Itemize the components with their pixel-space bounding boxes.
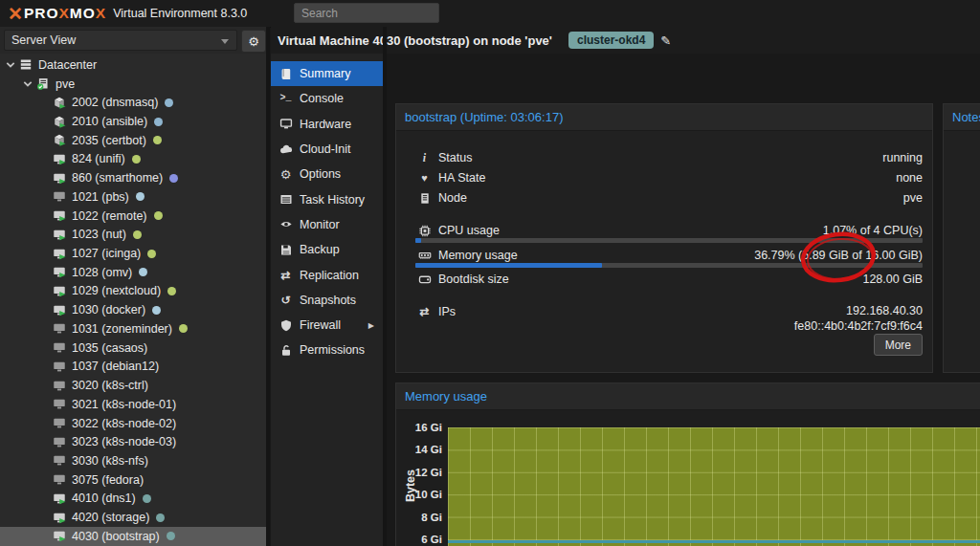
status-row-label: Memory usage bbox=[438, 249, 518, 262]
version-label: Virtual Environment 8.3.0 bbox=[113, 7, 247, 20]
vm-stopped-icon bbox=[53, 190, 66, 203]
tree-item-4010-dns1[interactable]: 4010 (dns1) bbox=[0, 490, 266, 509]
tree-item-1027-icinga[interactable]: 1027 (icinga) bbox=[0, 244, 266, 263]
ram-icon bbox=[418, 250, 432, 262]
vm-stopped-icon bbox=[53, 360, 66, 373]
brand-letter: MO bbox=[70, 5, 96, 21]
status-panel: bootstrap (Uptime: 03:06:17) iStatusrunn… bbox=[395, 103, 933, 373]
menu-item-console[interactable]: >_Console bbox=[271, 86, 383, 111]
tree-item-3021-k8s-node-01[interactable]: 3021 (k8s-node-01) bbox=[0, 395, 266, 414]
memory-chart-title: Memory usage bbox=[405, 389, 487, 404]
status-row-label: Bootdisk size bbox=[438, 273, 509, 286]
node-icon bbox=[36, 77, 50, 90]
menu-item-label: Options bbox=[300, 167, 341, 181]
proxmox-logo: ✕ PROXMOX Virtual Environment 8.3.0 bbox=[8, 5, 247, 23]
tree-item-824-unifi[interactable]: 824 (unifi) bbox=[0, 150, 266, 169]
menu-item-summary[interactable]: Summary bbox=[271, 61, 383, 86]
tree-item-1028-omv[interactable]: 1028 (omv) bbox=[0, 263, 266, 282]
tag-dot-icon bbox=[179, 324, 188, 333]
vm-stopped-icon bbox=[53, 417, 66, 429]
tree-item-3030-k8s-nfs[interactable]: 3030 (k8s-nfs) bbox=[0, 451, 266, 470]
y-tick-label: 8 Gi bbox=[404, 512, 442, 523]
vm-running-icon bbox=[53, 512, 66, 524]
notes-panel-header: Notes bbox=[944, 104, 980, 131]
tree-settings-button[interactable]: ⚙ bbox=[241, 30, 266, 53]
menu-item-permissions[interactable]: Permissions bbox=[271, 338, 383, 362]
tree-item-label: 2002 (dnsmasq) bbox=[72, 96, 158, 109]
status-row-node: Nodepve bbox=[396, 190, 932, 206]
menu-item-replication[interactable]: ⇄Replication bbox=[271, 262, 383, 287]
tree-item-label: 1027 (icinga) bbox=[72, 247, 141, 260]
status-panel-header: bootstrap (Uptime: 03:06:17) bbox=[396, 104, 932, 131]
proxmox-x-icon: ✕ bbox=[8, 5, 23, 23]
tag-dot-icon bbox=[165, 98, 173, 107]
tree-item-3023-k8s-node-03[interactable]: 3023 (k8s-node-03) bbox=[0, 432, 266, 451]
search-input[interactable] bbox=[294, 3, 439, 23]
tree-item-label: 3023 (k8s-node-03) bbox=[72, 435, 176, 448]
tag-dot-icon bbox=[133, 230, 142, 239]
tree-item-pve[interactable]: pve bbox=[0, 75, 266, 94]
sidebar-splitter[interactable] bbox=[266, 27, 270, 546]
menu-item-options[interactable]: ⚙Options bbox=[271, 162, 383, 186]
vm-stopped-icon bbox=[53, 398, 66, 410]
tree-item-3075-fedora[interactable]: 3075 (fedora) bbox=[0, 470, 266, 490]
tree-item-1029-nextcloud[interactable]: 1029 (nextcloud) bbox=[0, 282, 266, 301]
tree-item-label: Datacenter bbox=[38, 58, 97, 72]
menu-item-label: Hardware bbox=[300, 118, 351, 131]
expand-toggle[interactable] bbox=[4, 58, 17, 71]
menu-item-backup[interactable]: Backup bbox=[271, 237, 383, 262]
view-bar: Server View ⚙ bbox=[0, 27, 268, 54]
tree-item-1022-remote[interactable]: 1022 (remote) bbox=[0, 207, 266, 226]
view-selector[interactable]: Server View bbox=[4, 30, 237, 51]
tree-item-1023-nut[interactable]: 1023 (nut) bbox=[0, 225, 266, 244]
vm-stopped-icon bbox=[53, 436, 66, 448]
page-title: Virtual Machine 4030 (bootstrap) on node… bbox=[278, 33, 552, 48]
menu-item-snapshots[interactable]: ↺Snapshots bbox=[271, 288, 383, 313]
tree-item-datacenter[interactable]: Datacenter bbox=[0, 55, 266, 75]
tree-item-2035-certbot[interactable]: 2035 (certbot) bbox=[0, 131, 266, 150]
expand-toggle[interactable] bbox=[21, 77, 34, 90]
menu-item-task-history[interactable]: Task History bbox=[271, 186, 383, 211]
tree-item-4020-storage[interactable]: 4020 (storage) bbox=[0, 508, 266, 527]
tree-item-label: 2035 (certbot) bbox=[72, 134, 146, 147]
brand-letter: X bbox=[96, 5, 106, 21]
status-row-value: 128.00 GiB bbox=[862, 273, 923, 286]
vm-menu: Summary>_ConsoleHardwareCloud-Init⚙Optio… bbox=[271, 54, 383, 546]
tree-item-860-smarthome[interactable]: 860 (smarthome) bbox=[0, 168, 266, 187]
more-button[interactable]: More bbox=[874, 334, 923, 356]
tree-item-4030-bootstrap[interactable]: 4030 (bootstrap) bbox=[0, 527, 266, 546]
menu-item-monitor[interactable]: Monitor bbox=[271, 212, 383, 237]
tree-item-label: 3075 (fedora) bbox=[72, 473, 144, 487]
vm-running-icon bbox=[53, 266, 66, 278]
brand-letter: X bbox=[59, 5, 70, 21]
vm-stopped-icon bbox=[53, 473, 66, 486]
tree-item-2002-dnsmasq[interactable]: 2002 (dnsmasq) bbox=[0, 93, 266, 112]
submenu-arrow-icon: ▶ bbox=[368, 321, 374, 330]
status-panel-title: bootstrap (Uptime: 03:06:17) bbox=[405, 110, 563, 124]
tree-item-1037-debian12[interactable]: 1037 (debian12) bbox=[0, 358, 266, 377]
brand-word: PROXMOX bbox=[24, 5, 106, 22]
menu-item-cloud-init[interactable]: Cloud-Init bbox=[271, 137, 383, 162]
tree-item-2010-ansible[interactable]: 2010 (ansible) bbox=[0, 112, 266, 131]
tag-dot-icon bbox=[167, 532, 175, 540]
menu-item-label: Replication bbox=[300, 269, 359, 282]
tree-item-3022-k8s-node-02[interactable]: 3022 (k8s-node-02) bbox=[0, 414, 266, 433]
hdd-icon bbox=[418, 273, 432, 286]
menu-item-firewall[interactable]: Firewall▶ bbox=[271, 313, 383, 338]
menu-item-label: Snapshots bbox=[300, 294, 356, 307]
vm-stopped-icon bbox=[53, 454, 66, 467]
tree-item-label: 824 (unifi) bbox=[72, 152, 125, 165]
y-tick-label: 10 Gi bbox=[404, 489, 442, 500]
tree-item-1021-pbs[interactable]: 1021 (pbs) bbox=[0, 187, 266, 207]
tree-item-1031-zoneminder[interactable]: 1031 (zoneminder) bbox=[0, 319, 266, 339]
menu-item-label: Summary bbox=[300, 67, 350, 80]
tree-item-3020-k8s-ctrl[interactable]: 3020 (k8s-ctrl) bbox=[0, 376, 266, 395]
monitor-icon bbox=[279, 118, 293, 130]
cloud-icon bbox=[279, 143, 293, 156]
edit-pencil-icon[interactable]: ✎ bbox=[660, 33, 671, 48]
tree-item-1030-docker[interactable]: 1030 (docker) bbox=[0, 300, 266, 319]
tree-item-1035-casaos[interactable]: 1035 (casaos) bbox=[0, 339, 266, 358]
y-tick-label: 12 Gi bbox=[404, 467, 442, 478]
vm-running-icon bbox=[53, 492, 66, 505]
menu-item-hardware[interactable]: Hardware bbox=[271, 112, 383, 137]
